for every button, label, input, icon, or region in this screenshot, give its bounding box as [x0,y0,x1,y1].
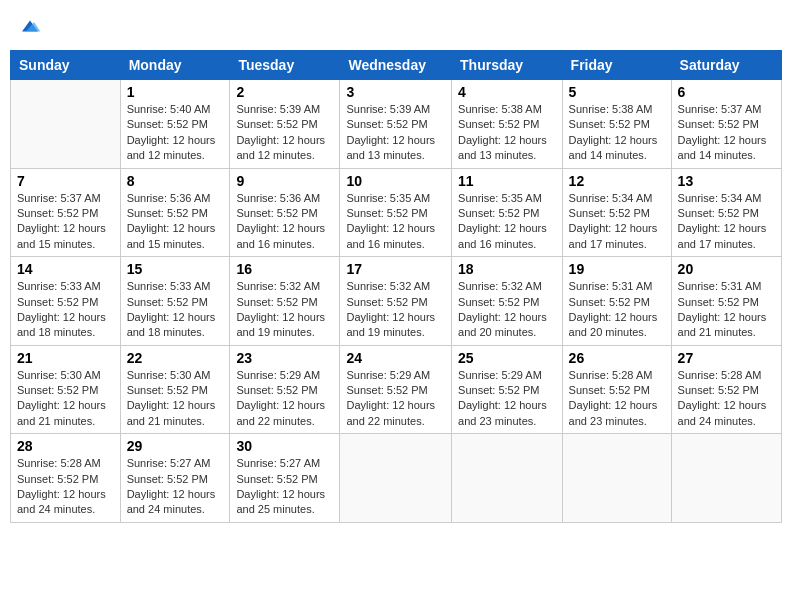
week-row-4: 21Sunrise: 5:30 AM Sunset: 5:52 PM Dayli… [11,345,782,434]
calendar-cell: 5Sunrise: 5:38 AM Sunset: 5:52 PM Daylig… [562,80,671,169]
day-info: Sunrise: 5:33 AM Sunset: 5:52 PM Dayligh… [127,279,224,341]
calendar-cell: 2Sunrise: 5:39 AM Sunset: 5:52 PM Daylig… [230,80,340,169]
day-info: Sunrise: 5:33 AM Sunset: 5:52 PM Dayligh… [17,279,114,341]
day-number: 28 [17,438,114,454]
day-info: Sunrise: 5:35 AM Sunset: 5:52 PM Dayligh… [346,191,445,253]
calendar-cell: 6Sunrise: 5:37 AM Sunset: 5:52 PM Daylig… [671,80,781,169]
day-number: 11 [458,173,556,189]
calendar-cell: 24Sunrise: 5:29 AM Sunset: 5:52 PM Dayli… [340,345,452,434]
logo [18,14,46,38]
calendar-cell: 25Sunrise: 5:29 AM Sunset: 5:52 PM Dayli… [452,345,563,434]
calendar-header-row: SundayMondayTuesdayWednesdayThursdayFrid… [11,51,782,80]
day-info: Sunrise: 5:32 AM Sunset: 5:52 PM Dayligh… [236,279,333,341]
day-number: 19 [569,261,665,277]
calendar-cell: 9Sunrise: 5:36 AM Sunset: 5:52 PM Daylig… [230,168,340,257]
header-saturday: Saturday [671,51,781,80]
day-number: 23 [236,350,333,366]
day-info: Sunrise: 5:37 AM Sunset: 5:52 PM Dayligh… [678,102,775,164]
day-info: Sunrise: 5:27 AM Sunset: 5:52 PM Dayligh… [127,456,224,518]
calendar-cell: 22Sunrise: 5:30 AM Sunset: 5:52 PM Dayli… [120,345,230,434]
day-info: Sunrise: 5:38 AM Sunset: 5:52 PM Dayligh… [458,102,556,164]
header-monday: Monday [120,51,230,80]
day-info: Sunrise: 5:37 AM Sunset: 5:52 PM Dayligh… [17,191,114,253]
calendar-cell: 20Sunrise: 5:31 AM Sunset: 5:52 PM Dayli… [671,257,781,346]
header-wednesday: Wednesday [340,51,452,80]
day-info: Sunrise: 5:31 AM Sunset: 5:52 PM Dayligh… [569,279,665,341]
day-number: 27 [678,350,775,366]
calendar-cell: 21Sunrise: 5:30 AM Sunset: 5:52 PM Dayli… [11,345,121,434]
week-row-2: 7Sunrise: 5:37 AM Sunset: 5:52 PM Daylig… [11,168,782,257]
day-info: Sunrise: 5:29 AM Sunset: 5:52 PM Dayligh… [346,368,445,430]
calendar-cell: 3Sunrise: 5:39 AM Sunset: 5:52 PM Daylig… [340,80,452,169]
calendar-cell: 14Sunrise: 5:33 AM Sunset: 5:52 PM Dayli… [11,257,121,346]
calendar-cell: 19Sunrise: 5:31 AM Sunset: 5:52 PM Dayli… [562,257,671,346]
day-info: Sunrise: 5:35 AM Sunset: 5:52 PM Dayligh… [458,191,556,253]
day-info: Sunrise: 5:30 AM Sunset: 5:52 PM Dayligh… [127,368,224,430]
day-info: Sunrise: 5:38 AM Sunset: 5:52 PM Dayligh… [569,102,665,164]
day-number: 25 [458,350,556,366]
day-number: 22 [127,350,224,366]
calendar-cell [671,434,781,523]
calendar-cell: 27Sunrise: 5:28 AM Sunset: 5:52 PM Dayli… [671,345,781,434]
day-number: 21 [17,350,114,366]
calendar-cell [562,434,671,523]
calendar-cell: 13Sunrise: 5:34 AM Sunset: 5:52 PM Dayli… [671,168,781,257]
day-number: 15 [127,261,224,277]
calendar-cell [452,434,563,523]
day-number: 13 [678,173,775,189]
day-info: Sunrise: 5:36 AM Sunset: 5:52 PM Dayligh… [236,191,333,253]
calendar-cell [340,434,452,523]
day-info: Sunrise: 5:29 AM Sunset: 5:52 PM Dayligh… [236,368,333,430]
calendar-cell: 11Sunrise: 5:35 AM Sunset: 5:52 PM Dayli… [452,168,563,257]
day-info: Sunrise: 5:27 AM Sunset: 5:52 PM Dayligh… [236,456,333,518]
day-info: Sunrise: 5:39 AM Sunset: 5:52 PM Dayligh… [236,102,333,164]
calendar-cell: 7Sunrise: 5:37 AM Sunset: 5:52 PM Daylig… [11,168,121,257]
week-row-1: 1Sunrise: 5:40 AM Sunset: 5:52 PM Daylig… [11,80,782,169]
calendar: SundayMondayTuesdayWednesdayThursdayFrid… [10,50,782,523]
day-number: 17 [346,261,445,277]
day-number: 24 [346,350,445,366]
day-info: Sunrise: 5:29 AM Sunset: 5:52 PM Dayligh… [458,368,556,430]
day-info: Sunrise: 5:28 AM Sunset: 5:52 PM Dayligh… [569,368,665,430]
calendar-cell: 4Sunrise: 5:38 AM Sunset: 5:52 PM Daylig… [452,80,563,169]
calendar-cell: 10Sunrise: 5:35 AM Sunset: 5:52 PM Dayli… [340,168,452,257]
day-number: 4 [458,84,556,100]
header-tuesday: Tuesday [230,51,340,80]
calendar-cell [11,80,121,169]
day-info: Sunrise: 5:39 AM Sunset: 5:52 PM Dayligh… [346,102,445,164]
day-number: 30 [236,438,333,454]
calendar-cell: 15Sunrise: 5:33 AM Sunset: 5:52 PM Dayli… [120,257,230,346]
calendar-cell: 26Sunrise: 5:28 AM Sunset: 5:52 PM Dayli… [562,345,671,434]
calendar-cell: 23Sunrise: 5:29 AM Sunset: 5:52 PM Dayli… [230,345,340,434]
day-number: 16 [236,261,333,277]
calendar-cell: 30Sunrise: 5:27 AM Sunset: 5:52 PM Dayli… [230,434,340,523]
day-number: 2 [236,84,333,100]
day-info: Sunrise: 5:36 AM Sunset: 5:52 PM Dayligh… [127,191,224,253]
day-number: 6 [678,84,775,100]
calendar-cell: 18Sunrise: 5:32 AM Sunset: 5:52 PM Dayli… [452,257,563,346]
day-number: 12 [569,173,665,189]
header-friday: Friday [562,51,671,80]
week-row-5: 28Sunrise: 5:28 AM Sunset: 5:52 PM Dayli… [11,434,782,523]
day-number: 1 [127,84,224,100]
header [10,10,782,42]
calendar-cell: 1Sunrise: 5:40 AM Sunset: 5:52 PM Daylig… [120,80,230,169]
day-number: 7 [17,173,114,189]
calendar-cell: 16Sunrise: 5:32 AM Sunset: 5:52 PM Dayli… [230,257,340,346]
week-row-3: 14Sunrise: 5:33 AM Sunset: 5:52 PM Dayli… [11,257,782,346]
day-number: 26 [569,350,665,366]
day-info: Sunrise: 5:40 AM Sunset: 5:52 PM Dayligh… [127,102,224,164]
day-number: 5 [569,84,665,100]
day-info: Sunrise: 5:28 AM Sunset: 5:52 PM Dayligh… [17,456,114,518]
calendar-cell: 17Sunrise: 5:32 AM Sunset: 5:52 PM Dayli… [340,257,452,346]
day-number: 3 [346,84,445,100]
calendar-cell: 28Sunrise: 5:28 AM Sunset: 5:52 PM Dayli… [11,434,121,523]
day-number: 29 [127,438,224,454]
day-number: 10 [346,173,445,189]
calendar-cell: 12Sunrise: 5:34 AM Sunset: 5:52 PM Dayli… [562,168,671,257]
day-info: Sunrise: 5:34 AM Sunset: 5:52 PM Dayligh… [569,191,665,253]
day-number: 14 [17,261,114,277]
day-number: 8 [127,173,224,189]
day-info: Sunrise: 5:31 AM Sunset: 5:52 PM Dayligh… [678,279,775,341]
day-info: Sunrise: 5:28 AM Sunset: 5:52 PM Dayligh… [678,368,775,430]
